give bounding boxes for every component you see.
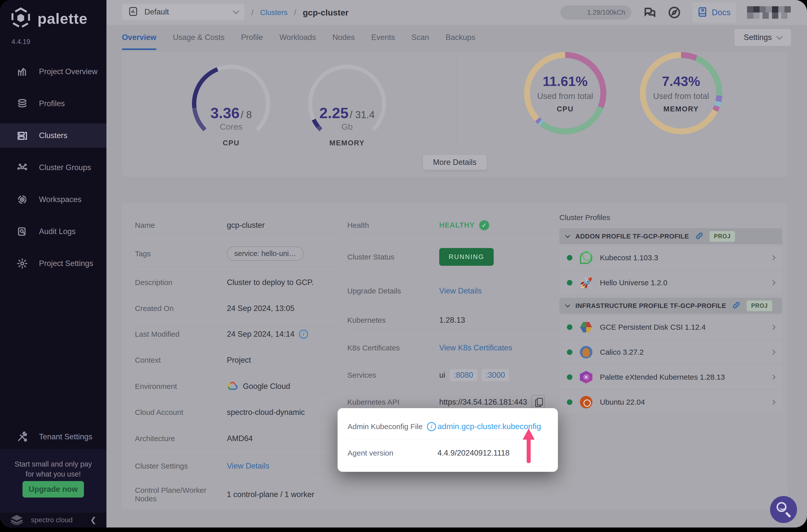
topbar-actions: 1.29/100kCh Docs (560, 0, 794, 25)
memory-gauge-unit: Gb (306, 122, 388, 132)
proj-badge: PROJ (747, 301, 772, 311)
service-port-8080-link[interactable]: :8080 (450, 369, 477, 381)
detail-row-k8s-certificates: K8s Certificates View K8s Certificates (347, 334, 560, 362)
upgrade-now-button[interactable]: Upgrade now (22, 481, 84, 497)
cpu-usage-donut: 11.61% Used from total CPU (524, 52, 606, 134)
tab-backups[interactable]: Backups (446, 25, 475, 50)
app-window: palette 4.4.19 Project Overview Profiles (0, 0, 807, 528)
tab-overview[interactable]: Overview (122, 25, 156, 50)
pack-item-kubecost[interactable]: Kubecost 1.103.3 (559, 246, 782, 269)
hello-universe-icon: 🚀 (579, 276, 593, 289)
service-name: ui (439, 370, 445, 380)
detail-row-health: Health HEALTHY (347, 212, 560, 238)
detail-row-name: Name gcp-cluster (135, 212, 342, 238)
sidebar-item-workspaces[interactable]: Workspaces (0, 187, 107, 212)
sidebar-collapse-icon[interactable]: ❮ (90, 515, 96, 524)
tab-events[interactable]: Events (371, 25, 395, 50)
status-dot (567, 374, 573, 380)
gear-icon (16, 257, 29, 270)
link-icon[interactable] (695, 231, 703, 241)
detail-row-environment: Environment Google Cloud (135, 373, 342, 400)
chat-icon[interactable] (642, 5, 656, 19)
tab-profile[interactable]: Profile (241, 25, 263, 50)
chevron-down-icon (565, 302, 570, 307)
detail-row-kubernetes: Kubernetes 1.28.13 (347, 306, 560, 334)
cpu-gauge-value: 3.36 / 8 (190, 104, 272, 122)
status-dot (567, 324, 573, 330)
tab-scan[interactable]: Scan (412, 25, 429, 50)
upgrade-view-details-link[interactable]: View Details (439, 286, 482, 296)
health-status: HEALTHY (439, 221, 475, 229)
pack-item-ubuntu[interactable]: Ubuntu 22.04 (559, 391, 782, 414)
search-fab-button[interactable] (770, 496, 797, 523)
sidebar-item-profiles[interactable]: Profiles (0, 91, 107, 116)
ubuntu-icon (579, 395, 593, 409)
pack-item-pxk[interactable]: Palette eXtended Kubernetes 1.28.13 (559, 366, 782, 388)
sidebar-item-project-overview[interactable]: Project Overview (0, 59, 107, 84)
tab-nodes[interactable]: Nodes (332, 25, 355, 50)
topbar: Default / Clusters / gcp-cluster 1.29/10… (107, 0, 807, 25)
cluster-settings-view-details-link[interactable]: View Details (227, 461, 269, 471)
sidebar-item-tenant-settings[interactable]: Tenant Settings (0, 424, 107, 449)
info-icon[interactable] (299, 330, 308, 339)
chevron-down-icon (776, 33, 783, 39)
detail-row-architecture: Architecture AMD64 (135, 425, 342, 452)
cpu-gauge: 3.36 / 8 Cores CPU (190, 62, 272, 145)
tag-pill[interactable]: service: hello-uni… (227, 247, 304, 261)
addon-profile-group-header[interactable]: ADDON PROFILE TF-GCP-PROFILE PROJ (559, 228, 782, 244)
compass-icon[interactable] (667, 5, 681, 19)
check-circle-icon (479, 220, 489, 230)
link-icon[interactable] (732, 301, 740, 310)
detail-row-description: Description Cluster to deploy to GCP. (135, 269, 342, 296)
docs-button[interactable]: Docs (692, 2, 736, 22)
running-badge: RUNNING (439, 248, 494, 266)
proj-badge: PROJ (710, 231, 735, 242)
divider (456, 54, 457, 147)
pack-item-gce-csi[interactable]: GCE Persistent Disk CSI 1.12.4 (559, 316, 782, 339)
palette-logo: palette (11, 7, 88, 30)
docs-label: Docs (712, 8, 731, 17)
chevron-right-icon (771, 350, 775, 355)
network-icon (16, 162, 29, 174)
details-right-column: Health HEALTHY Cluster Status RUNNING Up… (347, 212, 560, 416)
palette-kubernetes-icon (579, 370, 593, 384)
redacted-user-info[interactable] (747, 6, 794, 19)
sidebar-item-cluster-groups[interactable]: Cluster Groups (0, 155, 107, 179)
service-port-3000-link[interactable]: :3000 (482, 369, 509, 381)
kubecost-icon (579, 251, 593, 265)
sidebar-item-clusters[interactable]: Clusters (0, 124, 107, 148)
tab-bar: Overview Usage & Costs Profile Workloads… (107, 25, 807, 50)
memory-gauge-caption: MEMORY (306, 139, 388, 147)
agent-version-value: 4.4.9/20240912.1118 (437, 449, 509, 458)
project-selector[interactable]: Default (122, 4, 244, 20)
info-icon[interactable] (427, 422, 436, 431)
project-scope-icon (128, 6, 138, 18)
more-details-button[interactable]: More Details (423, 155, 486, 170)
cpu-usage-caption: CPU (524, 105, 606, 113)
pack-item-calico[interactable]: Calico 3.27.2 (559, 341, 782, 364)
gce-disk-icon (579, 320, 593, 334)
status-dot (567, 349, 573, 355)
calico-icon (579, 345, 593, 359)
audit-search-icon (16, 225, 29, 238)
breadcrumb-clusters-link[interactable]: Clusters (260, 8, 287, 17)
chevron-right-icon (771, 325, 775, 330)
settings-button[interactable]: Settings (734, 29, 791, 46)
pack-item-hello-universe[interactable]: 🚀 Hello Universe 1.2.0 (559, 271, 782, 294)
tab-workloads[interactable]: Workloads (280, 25, 316, 50)
sidebar-item-audit-logs[interactable]: Audit Logs (0, 219, 107, 244)
sidebar-item-project-settings[interactable]: Project Settings (0, 251, 107, 276)
project-selector-value: Default (145, 7, 228, 17)
infrastructure-profile-group-header[interactable]: INFRASTRUCTURE PROFILE TF-GCP-PROFILE PR… (559, 298, 782, 314)
popup-row-agent-version: Agent version 4.4.9/20240912.1118 (348, 440, 548, 466)
memory-gauge-value: 2.25 / 31.4 (306, 104, 388, 122)
google-cloud-icon (227, 381, 238, 392)
view-k8s-certificates-link[interactable]: View K8s Certificates (439, 343, 512, 353)
detail-row-cluster-settings: Cluster Settings View Details (135, 452, 342, 480)
copy-icon[interactable] (532, 395, 545, 410)
tab-usage-costs[interactable]: Usage & Costs (173, 25, 225, 50)
chevron-down-icon (233, 8, 239, 14)
sidebar-footer: spectro cloud ❮ (0, 512, 107, 528)
footer-brand: spectro cloud (31, 516, 83, 524)
pointer-arrow (523, 429, 535, 463)
